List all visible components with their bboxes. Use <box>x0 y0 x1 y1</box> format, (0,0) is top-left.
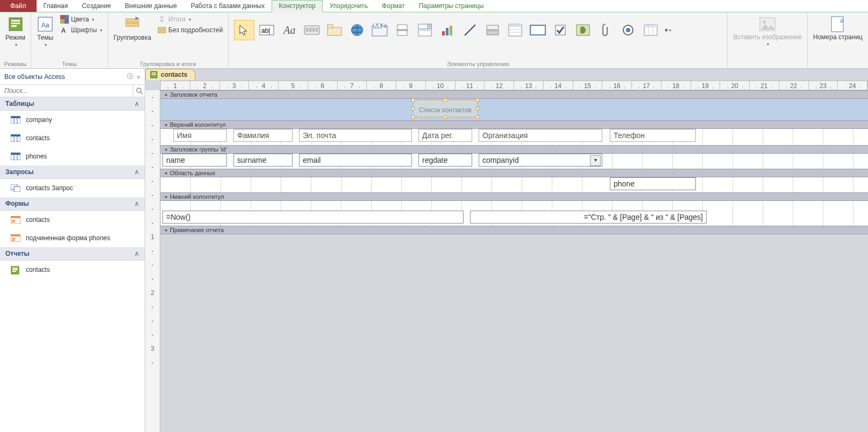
group-pagenum-glabel <box>811 60 865 67</box>
tab-arrange[interactable]: Упорядочить <box>323 0 375 12</box>
ctrl-textbox[interactable]: ab| <box>257 20 277 40</box>
nodetails-button[interactable]: Без подробностей <box>155 25 225 35</box>
section-page-footer[interactable]: Нижний колонтитул <box>160 192 868 201</box>
ctrl-subform[interactable] <box>641 20 661 40</box>
tab-home[interactable]: Главная <box>37 0 75 12</box>
nav-item-company[interactable]: company <box>0 111 145 129</box>
nav-dropdown-icon[interactable]: ⓥ <box>127 72 133 81</box>
insert-image-button[interactable]: Вставить изображение <box>731 15 804 48</box>
form-icon <box>11 234 20 242</box>
totals-button[interactable]: Σ Итоги <box>155 15 225 24</box>
search-input[interactable] <box>0 85 133 97</box>
nav-item-subform-phones[interactable]: подчиненная форма phones <box>0 229 145 247</box>
fonts-button[interactable]: A Шрифты <box>58 25 104 35</box>
themes-button[interactable]: Aa Темы <box>34 15 56 48</box>
ctrl-toggle[interactable] <box>482 20 503 40</box>
band-page-footer[interactable]: =Now() ="Стр. " & [Page] & " из " & [Pag… <box>160 201 868 226</box>
field-surname[interactable]: surname <box>233 154 293 167</box>
ctrl-pagebreak[interactable] <box>392 20 412 40</box>
nav-collapse-icon[interactable]: « <box>137 73 140 81</box>
section-report-header[interactable]: Заголовок отчета <box>160 90 868 99</box>
label-email[interactable]: Эл. почта <box>299 129 412 142</box>
horizontal-ruler[interactable]: 123456789101112131415161718192021222324 <box>160 81 868 90</box>
field-phone[interactable]: phone <box>610 177 696 190</box>
ctrl-rectangle[interactable] <box>528 20 548 40</box>
ctrl-option[interactable] <box>618 20 638 40</box>
label-company[interactable]: Организация <box>479 129 602 142</box>
section-report-footer[interactable]: Примечание отчета <box>160 226 868 234</box>
title-label-control[interactable]: Список контактов <box>413 100 478 117</box>
svg-rect-77 <box>12 238 15 239</box>
tab-format[interactable]: Формат <box>375 0 412 12</box>
colors-button[interactable]: Цвета <box>58 15 104 24</box>
label-phone[interactable]: Телефон <box>610 129 696 142</box>
svg-rect-33 <box>446 28 449 35</box>
ctrl-hyperlink[interactable] <box>347 20 367 40</box>
svg-rect-66 <box>11 153 20 155</box>
vertical-ruler[interactable]: ----------1---2---3- <box>145 90 160 432</box>
svg-rect-78 <box>12 240 15 241</box>
band-report-footer[interactable] <box>160 234 868 395</box>
label-surname[interactable]: Фамилия <box>233 129 293 142</box>
mode-button[interactable]: Режим <box>3 15 27 48</box>
ctrl-select[interactable] <box>234 20 254 40</box>
document-area: contacts 1234567891011121314151617181920… <box>145 69 868 432</box>
band-report-header[interactable]: Список контактов <box>160 99 868 120</box>
tab-external[interactable]: Внешние данные <box>118 0 184 12</box>
nav-item-phones[interactable]: phones <box>0 147 145 165</box>
band-group-header[interactable]: name surname email regdate companyid <box>160 154 868 169</box>
image-icon <box>759 16 776 33</box>
nav-item-contacts-query[interactable]: contacts Запрос <box>0 179 145 197</box>
ctrl-chart[interactable] <box>437 20 458 40</box>
tab-pagesetup[interactable]: Параметры страницы <box>412 0 491 12</box>
svg-text:xxxx: xxxx <box>305 26 318 33</box>
group-modes-label: Режимы <box>3 60 27 67</box>
ctrl-line[interactable] <box>460 20 480 40</box>
section-group-header[interactable]: Заголовок группы 'id' <box>160 145 868 154</box>
ctrl-attachment[interactable] <box>595 20 616 40</box>
band-page-header[interactable]: Имя Фамилия Эл. почта Дата рег. Организа… <box>160 129 868 145</box>
grouping-button[interactable]: Группировка <box>111 15 153 42</box>
svg-rect-85 <box>152 74 156 75</box>
field-now[interactable]: =Now() <box>162 211 464 224</box>
section-detail[interactable]: Область данных <box>160 169 868 177</box>
label-regdate[interactable]: Дата рег. <box>418 129 472 142</box>
tab-file[interactable]: Файл <box>0 0 37 12</box>
band-detail[interactable]: phone <box>160 177 868 192</box>
ctrl-checkbox[interactable] <box>550 20 571 40</box>
field-pages[interactable]: ="Стр. " & [Page] & " из " & [Pages] <box>470 211 707 224</box>
report-icon <box>150 71 158 78</box>
ctrl-tab[interactable] <box>324 20 345 40</box>
nav-item-contacts-table[interactable]: contacts <box>0 129 145 147</box>
nav-cat-tables[interactable]: Таблицы∧ <box>0 97 145 111</box>
ctrl-listbox[interactable] <box>505 20 525 40</box>
field-regdate[interactable]: regdate <box>418 154 472 167</box>
document-tab[interactable]: contacts <box>145 69 195 80</box>
ctrl-optiongroup[interactable]: XYZ <box>369 20 390 40</box>
ctrl-label[interactable]: Aa <box>279 20 300 40</box>
nav-cat-reports[interactable]: Отчеты∧ <box>0 247 145 261</box>
ribbon-body: Режим Режимы Aa Темы Цвета A Шрифты Темы <box>0 12 868 69</box>
nav-cat-queries[interactable]: Запросы∧ <box>0 165 145 179</box>
ctrl-combobox[interactable] <box>415 20 435 40</box>
nav-header[interactable]: Все объекты Access ⓥ « <box>0 69 145 85</box>
field-name[interactable]: name <box>162 154 227 167</box>
tab-dbtools[interactable]: Работа с базами данных <box>184 0 272 12</box>
ctrl-unbound[interactable] <box>573 20 593 40</box>
ctrl-button[interactable]: xxxx <box>302 20 322 40</box>
svg-rect-37 <box>487 31 499 35</box>
search-button[interactable] <box>133 85 145 97</box>
tab-create[interactable]: Создание <box>75 0 118 12</box>
nav-item-contacts-report[interactable]: contacts <box>0 261 145 279</box>
pagenum-button[interactable]: # Номера страниц <box>811 15 865 42</box>
ctrl-more[interactable]: ▾ <box>663 20 673 40</box>
tab-design[interactable]: Конструктор <box>272 0 322 12</box>
nav-item-contacts-form[interactable]: contacts <box>0 211 145 229</box>
label-name[interactable]: Имя <box>173 129 227 142</box>
section-page-header[interactable]: Верхний колонтитул <box>160 120 868 129</box>
nav-cat-forms[interactable]: Формы∧ <box>0 197 145 211</box>
svg-rect-82 <box>12 271 16 272</box>
design-canvas[interactable]: Заголовок отчета Список контактов Верхни… <box>160 90 868 432</box>
field-email[interactable]: email <box>299 154 412 167</box>
field-companyid[interactable]: companyid <box>479 154 602 167</box>
